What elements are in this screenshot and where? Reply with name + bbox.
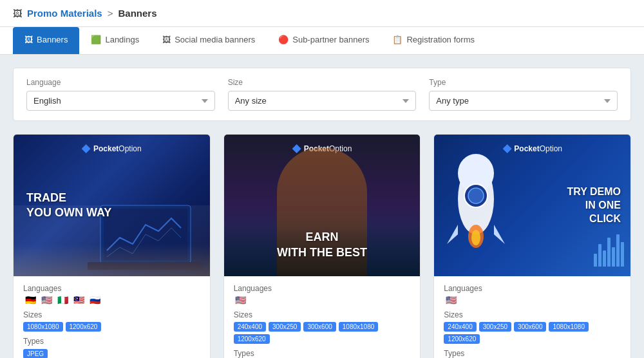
- tab-sub-partner-banners[interactable]: 🔴 Sub-partner banners: [267, 27, 381, 54]
- sub-partner-tab-icon: 🔴: [278, 35, 289, 44]
- size-badge: 300x600: [303, 322, 336, 332]
- banner-2-size-badges: 240x400 300x250 300x600 1080x1080 1200x6…: [234, 322, 411, 344]
- banner-2-types: Types JPEG: [234, 349, 411, 358]
- svg-point-9: [468, 188, 484, 203]
- rocket-svg: [440, 154, 511, 257]
- banner-3-text: TRY DEMOIN ONECLICK: [567, 185, 621, 225]
- svg-marker-5: [502, 144, 511, 153]
- banner-image-2: PocketOption EARNWITH THE BEST: [224, 135, 421, 276]
- banner-1-languages: Languages 🇩🇪 🇺🇸 🇮🇹 🇲🇾 🇷🇺: [23, 284, 200, 305]
- breadcrumb-bar: 🖼 Promo Materials > Banners: [0, 0, 644, 27]
- type-filter: Type Any type JPEG PNG GIF: [429, 78, 618, 111]
- tab-banners-label: Banners: [37, 35, 68, 44]
- size-badge: 300x600: [514, 322, 546, 332]
- banner-1-type-badge: JPEG: [23, 349, 48, 358]
- tab-landings-label: Landings: [105, 35, 139, 44]
- tab-registration-label: Registration forms: [406, 35, 474, 44]
- reg-forms-tab-icon: 📋: [392, 35, 402, 44]
- banner-3-chart: [594, 234, 624, 267]
- banner-card-1: PocketOption TRADEYOU OWN WAY: [13, 134, 211, 358]
- tab-banners[interactable]: 🖼 Banners: [13, 27, 79, 54]
- banner-1-size-badges: 1080x1080 1200x620: [23, 322, 200, 332]
- filters-bar: Language English German Italian Russian …: [13, 68, 631, 121]
- flag-us-2: 🇺🇸: [234, 296, 248, 305]
- banner-1-logo: PocketOption: [82, 144, 142, 153]
- banner-3-info: Languages 🇺🇸 Sizes 240x400 300x250 300x6…: [434, 276, 630, 358]
- banners-tab-icon: 🖼: [24, 35, 33, 44]
- banner-1-flags: 🇩🇪 🇺🇸 🇮🇹 🇲🇾 🇷🇺: [23, 296, 200, 305]
- size-badge: 240x400: [234, 322, 266, 332]
- size-badge: 300x250: [479, 322, 511, 332]
- flag-ru: 🇷🇺: [88, 296, 102, 305]
- flag-us: 🇺🇸: [39, 296, 53, 305]
- svg-point-11: [471, 230, 480, 245]
- tab-registration-forms[interactable]: 📋 Registration forms: [381, 27, 486, 54]
- size-badge: 1200x620: [444, 334, 480, 344]
- banner-2-flags: 🇺🇸: [234, 296, 411, 305]
- banner-2-languages: Languages 🇺🇸: [234, 284, 411, 305]
- tab-landings[interactable]: 🟩 Landings: [79, 27, 151, 54]
- social-tab-icon: 🖼: [162, 35, 171, 44]
- type-filter-label: Type: [429, 78, 618, 87]
- size-badge: 1080x1080: [549, 322, 589, 332]
- flag-my: 🇲🇾: [71, 296, 86, 305]
- breadcrumb-parent[interactable]: Promo Materials: [27, 8, 102, 19]
- banner-3-languages: Languages 🇺🇸: [444, 284, 621, 305]
- banner-3-flags: 🇺🇸: [444, 296, 621, 305]
- language-filter: Language English German Italian Russian: [26, 78, 215, 111]
- landings-tab-icon: 🟩: [91, 35, 101, 44]
- banner-image-1: PocketOption TRADEYOU OWN WAY: [14, 135, 210, 276]
- banner-1-types: Types JPEG: [23, 337, 200, 358]
- tab-sub-partner-label: Sub-partner banners: [292, 35, 369, 44]
- banner-3-sizes: Sizes 240x400 300x250 300x600 1080x1080 …: [444, 310, 621, 344]
- language-select[interactable]: English German Italian Russian: [26, 91, 215, 111]
- breadcrumb-current: Banners: [118, 8, 156, 19]
- banner-1-text: TRADEYOU OWN WAY: [26, 191, 111, 221]
- banner-card-2: PocketOption EARNWITH THE BEST Languages…: [223, 134, 421, 358]
- banner-2-text: EARNWITH THE BEST: [224, 230, 421, 260]
- banner-1-sizes: Sizes 1080x1080 1200x620: [23, 310, 200, 332]
- flag-it: 🇮🇹: [55, 296, 70, 305]
- svg-marker-0: [82, 144, 91, 153]
- main-content: Language English German Italian Russian …: [0, 55, 644, 358]
- svg-marker-4: [292, 144, 301, 153]
- size-filter-label: Size: [228, 78, 417, 87]
- banner-3-logo: PocketOption: [502, 144, 562, 153]
- size-badge: 240x400: [444, 322, 476, 332]
- size-badge: 1080x1080: [23, 322, 63, 332]
- size-badge: 1080x1080: [339, 322, 379, 332]
- size-filter: Size Any size 240x400 300x250 300x600 10…: [228, 78, 417, 111]
- flag-de: 🇩🇪: [23, 296, 37, 305]
- tab-social-label: Social media banners: [175, 35, 255, 44]
- banner-3-types: Types JPEG: [444, 349, 621, 358]
- breadcrumb-icon: 🖼: [13, 8, 22, 19]
- banner-2-sizes: Sizes 240x400 300x250 300x600 1080x1080 …: [234, 310, 411, 344]
- size-badge: 1200x620: [66, 322, 102, 332]
- banner-2-info: Languages 🇺🇸 Sizes 240x400 300x250 300x6…: [224, 276, 421, 358]
- banner-3-size-badges: 240x400 300x250 300x600 1080x1080 1200x6…: [444, 322, 621, 344]
- breadcrumb-separator: >: [108, 8, 113, 19]
- tabs-bar: 🖼 Banners 🟩 Landings 🖼 Social media bann…: [0, 27, 644, 55]
- language-filter-label: Language: [26, 78, 215, 87]
- banners-grid: PocketOption TRADEYOU OWN WAY: [13, 134, 631, 358]
- flag-us-3: 🇺🇸: [444, 296, 458, 305]
- banner-card-3: PocketOption: [433, 134, 631, 358]
- size-badge: 300x250: [269, 322, 301, 332]
- banner-image-3: PocketOption: [434, 135, 630, 276]
- size-select[interactable]: Any size 240x400 300x250 300x600 1080x10…: [228, 91, 417, 111]
- type-select[interactable]: Any type JPEG PNG GIF: [429, 91, 618, 111]
- tab-social-media-banners[interactable]: 🖼 Social media banners: [151, 27, 267, 54]
- size-badge: 1200x620: [234, 334, 270, 344]
- banner-1-info: Languages 🇩🇪 🇺🇸 🇮🇹 🇲🇾 🇷🇺 Sizes 1080x1080…: [14, 276, 210, 358]
